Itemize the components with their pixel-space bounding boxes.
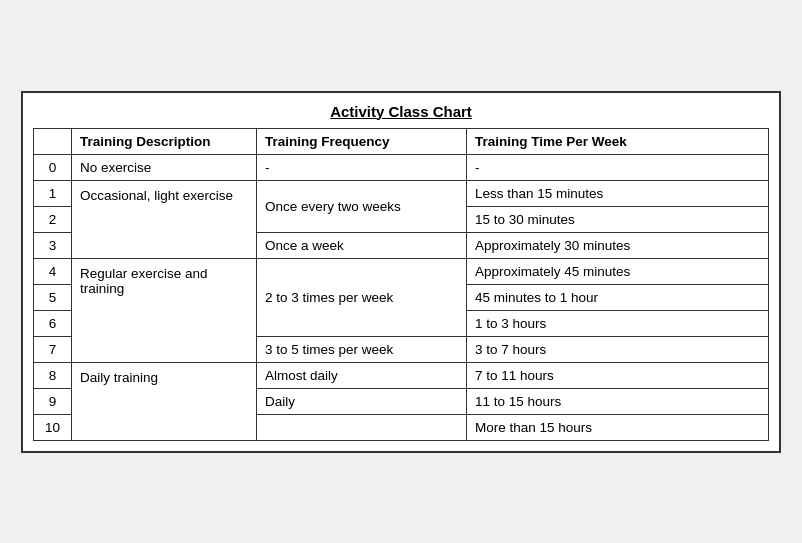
cell-time: Approximately 30 minutes xyxy=(467,232,769,258)
cell-frequency: Almost daily xyxy=(257,362,467,388)
cell-time: 7 to 11 hours xyxy=(467,362,769,388)
header-description: Training Description xyxy=(72,128,257,154)
chart-title: Activity Class Chart xyxy=(33,103,769,120)
chart-container: Activity Class Chart Training Descriptio… xyxy=(21,91,781,453)
cell-frequency: 3 to 5 times per week xyxy=(257,336,467,362)
cell-index: 8 xyxy=(34,362,72,388)
cell-frequency xyxy=(257,414,467,440)
cell-index: 4 xyxy=(34,258,72,284)
cell-time: - xyxy=(467,154,769,180)
cell-frequency: - xyxy=(257,154,467,180)
cell-description: Daily training xyxy=(72,362,257,440)
cell-index: 3 xyxy=(34,232,72,258)
cell-time: 3 to 7 hours xyxy=(467,336,769,362)
table-row: 4 Regular exercise and training 2 to 3 t… xyxy=(34,258,769,284)
cell-time: More than 15 hours xyxy=(467,414,769,440)
cell-time: 15 to 30 minutes xyxy=(467,206,769,232)
cell-frequency: Once every two weeks xyxy=(257,180,467,232)
header-index xyxy=(34,128,72,154)
cell-time: Less than 15 minutes xyxy=(467,180,769,206)
cell-description: Occasional, light exercise xyxy=(72,180,257,258)
header-time: Training Time Per Week xyxy=(467,128,769,154)
cell-index: 2 xyxy=(34,206,72,232)
cell-index: 9 xyxy=(34,388,72,414)
cell-time: Approximately 45 minutes xyxy=(467,258,769,284)
cell-description: Regular exercise and training xyxy=(72,258,257,362)
cell-time: 1 to 3 hours xyxy=(467,310,769,336)
cell-index: 6 xyxy=(34,310,72,336)
cell-index: 1 xyxy=(34,180,72,206)
table-row: 0 No exercise - - xyxy=(34,154,769,180)
cell-index: 7 xyxy=(34,336,72,362)
header-row: Training Description Training Frequency … xyxy=(34,128,769,154)
table-row: 8 Daily training Almost daily 7 to 11 ho… xyxy=(34,362,769,388)
cell-index: 5 xyxy=(34,284,72,310)
cell-index: 10 xyxy=(34,414,72,440)
header-frequency: Training Frequency xyxy=(257,128,467,154)
cell-time: 11 to 15 hours xyxy=(467,388,769,414)
cell-description: No exercise xyxy=(72,154,257,180)
cell-frequency: 2 to 3 times per week xyxy=(257,258,467,336)
activity-table: Training Description Training Frequency … xyxy=(33,128,769,441)
table-row: 1 Occasional, light exercise Once every … xyxy=(34,180,769,206)
cell-frequency: Once a week xyxy=(257,232,467,258)
cell-time: 45 minutes to 1 hour xyxy=(467,284,769,310)
cell-index: 0 xyxy=(34,154,72,180)
cell-frequency: Daily xyxy=(257,388,467,414)
